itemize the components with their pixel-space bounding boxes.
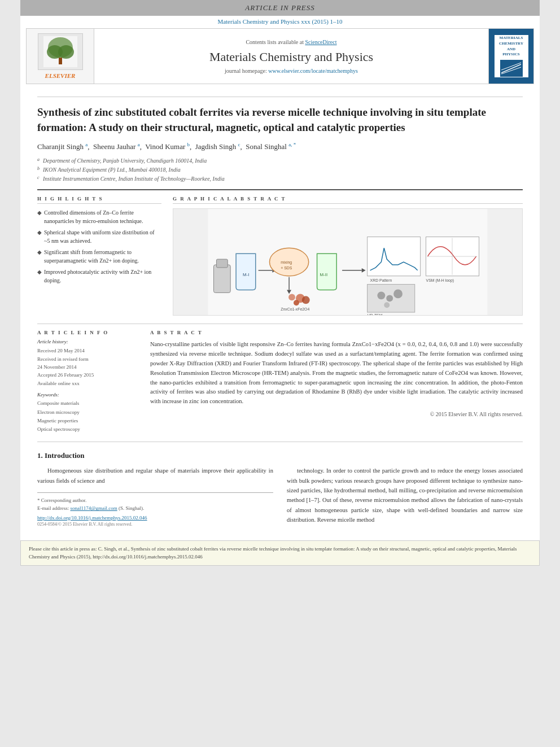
keywords-label: Keywords:: [37, 392, 139, 397]
svg-text:mixing: mixing: [281, 260, 292, 265]
svg-text:XRD Pattern: XRD Pattern: [370, 278, 392, 282]
authors-line: Charanjit Singh a, Sheenu Jauhar a, Vino…: [37, 141, 523, 153]
email-link[interactable]: sonal1174@gmail.com: [70, 505, 117, 511]
svg-point-35: [386, 295, 393, 302]
citation-bar: Please cite this article in press as: C.…: [20, 540, 540, 566]
svg-text:VSM (M-H loop): VSM (M-H loop): [426, 278, 454, 283]
abstract-col: A B S T R A C T Nano-crystalline particl…: [150, 330, 523, 434]
highlight-item-1: ◆ Controlled dimensions of Zn–Co ferrite…: [37, 208, 161, 225]
svg-rect-9: [214, 265, 231, 292]
abstract-text: Nano-crystalline particles of visible li…: [150, 340, 523, 407]
affiliation-b: b IKON Analytical Equipment (P) Ltd., Mu…: [37, 165, 523, 174]
svg-text:+ SDS: + SDS: [281, 266, 292, 270]
keyword-1: Composite materials: [37, 399, 139, 408]
divider-3: [37, 442, 523, 442]
journal-header: ELSEVIER Contents lists available at Sci…: [26, 28, 534, 84]
info-abstract-row: A R T I C L E I N F O Article history: R…: [37, 330, 523, 434]
abstract-label: A B S T R A C T: [150, 330, 523, 335]
revised-date: Received in revised form 24 November 201…: [37, 355, 139, 372]
graphical-abstract-col: G R A P H I C A L A B S T R A C T M-I: [173, 196, 523, 316]
svg-point-22: [294, 300, 299, 306]
affiliations: a Department of Chemistry, Panjab Univer…: [37, 156, 523, 184]
corresponding-author-note: * Corresponding author.: [37, 496, 273, 504]
intro-two-col: Homogeneous size distribution and regula…: [37, 466, 523, 529]
journal-homepage: journal homepage: www.elsevier.com/locat…: [225, 68, 358, 74]
science-direct-label: Contents lists available at ScienceDirec…: [246, 39, 336, 45]
highlights-label: H I G H L I G H T S: [37, 196, 161, 204]
highlights-list: ◆ Controlled dimensions of Zn–Co ferrite…: [37, 208, 161, 285]
svg-rect-27: [368, 237, 421, 276]
svg-rect-10: [216, 259, 228, 268]
article-history-label: Article history:: [37, 339, 139, 344]
svg-text:M-I: M-I: [243, 272, 249, 277]
available-online: Available online xxx: [37, 379, 139, 387]
svg-text:HR-TEM: HR-TEM: [368, 313, 383, 315]
graphical-abstract-label: G R A P H I C A L A B S T R A C T: [173, 196, 523, 204]
accepted-date: Accepted 26 February 2015: [37, 371, 139, 379]
divider-2: [37, 324, 523, 324]
svg-point-34: [377, 292, 385, 300]
divider-1: [37, 97, 523, 97]
journal-homepage-link[interactable]: www.elsevier.com/locate/matchemphys: [268, 68, 358, 74]
svg-point-37: [384, 303, 390, 308]
main-content: Synthesis of zinc substituted cobalt fer…: [20, 86, 540, 535]
svg-text:ZnxCo1-xFe2O4: ZnxCo1-xFe2O4: [281, 307, 309, 311]
intro-right-text: technology. In order to control the part…: [287, 466, 523, 525]
intro-title: 1. Introduction: [37, 451, 523, 460]
introduction-section: 1. Introduction Homogeneous size distrib…: [37, 451, 523, 529]
svg-text:M-II: M-II: [320, 272, 328, 277]
journal-logo-right: MATERIALS CHEMISTRY AND PHYSICS: [488, 29, 533, 84]
article-title: Synthesis of zinc substituted cobalt fer…: [37, 105, 523, 135]
graphical-abstract-image: M-I mixing + SDS: [173, 208, 523, 316]
svg-line-5: [501, 64, 521, 73]
svg-point-3: [58, 45, 74, 59]
issn-text: 0254-0584/© 2015 Elsevier B.V. All right…: [37, 522, 273, 527]
email-footnote: E-mail address: sonal1174@gmail.com (S. …: [37, 504, 273, 512]
svg-point-36: [393, 290, 403, 299]
intro-right-col: technology. In order to control the part…: [287, 466, 523, 529]
journal-logo-right-inner: MATERIALS CHEMISTRY AND PHYSICS: [495, 35, 528, 77]
journal-title: Materials Chemistry and Physics: [209, 50, 373, 64]
svg-point-20: [288, 294, 295, 301]
intro-left-col: Homogeneous size distribution and regula…: [37, 466, 273, 529]
keyword-4: Optical spectroscopy: [37, 425, 139, 434]
article-info-col: A R T I C L E I N F O Article history: R…: [37, 330, 139, 434]
keyword-3: Magnetic properties: [37, 417, 139, 425]
intro-left-text: Homogeneous size distribution and regula…: [37, 466, 273, 486]
article-info-label: A R T I C L E I N F O: [37, 330, 139, 335]
divider-thick: [37, 189, 523, 190]
highlights-col: H I G H L I G H T S ◆ Controlled dimensi…: [37, 196, 161, 316]
journal-logo-left: ELSEVIER: [27, 29, 94, 84]
elsevier-tree-icon: [38, 33, 83, 70]
affiliation-c: c Institute Instrumentation Centre, Indi…: [37, 174, 523, 184]
highlight-item-3: ◆ Significant shift from ferromagnetic t…: [37, 248, 161, 265]
svg-rect-4: [59, 58, 62, 64]
copyright-text: © 2015 Elsevier B.V. All rights reserved…: [150, 411, 523, 417]
journal-center-area: Contents lists available at ScienceDirec…: [94, 29, 488, 84]
highlight-item-4: ◆ Improved photocatalytic activity with …: [37, 268, 161, 285]
article-in-press-banner: ARTICLE IN PRESS: [20, 0, 540, 16]
doi-link[interactable]: http://dx.doi.org/10.1016/j.matchemphys.…: [37, 515, 273, 521]
received-date: Received 20 May 2014: [37, 347, 139, 355]
svg-point-21: [302, 296, 310, 304]
keyword-2: Electron microscopy: [37, 408, 139, 417]
highlights-graphical-row: H I G H L I G H T S ◆ Controlled dimensi…: [37, 196, 523, 316]
affiliation-a: a Department of Chemistry, Panjab Univer…: [37, 156, 523, 165]
journal-header-info: Materials Chemistry and Physics xxx (201…: [20, 16, 540, 26]
elsevier-label: ELSEVIER: [45, 72, 76, 79]
highlight-item-2: ◆ Spherical shape with uniform size dist…: [37, 228, 161, 245]
footnote-area: * Corresponding author. E-mail address: …: [37, 492, 273, 513]
science-direct-link[interactable]: ScienceDirect: [305, 39, 336, 45]
